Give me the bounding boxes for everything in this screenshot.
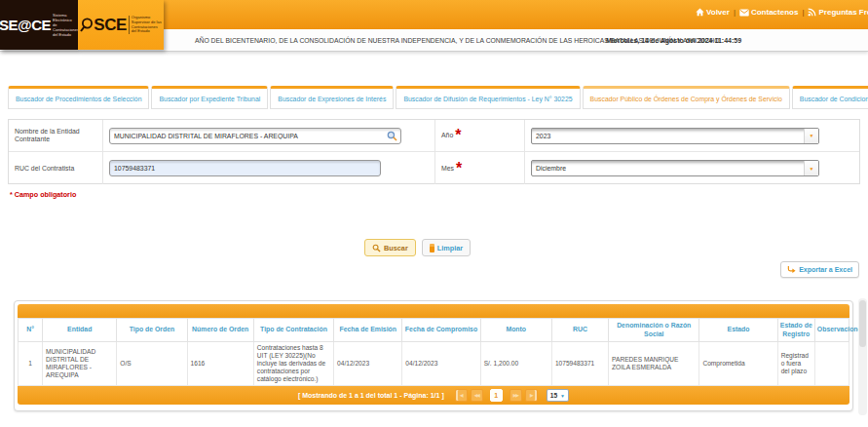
pagination-prev-button[interactable]: ◀◀ [471,389,483,402]
ruc-input[interactable] [109,160,381,176]
search-button-icon [372,244,381,252]
column-header-ruc: RUC [551,319,608,342]
month-select-value: Diciembre [532,165,804,172]
back-link-label: Volver [706,8,730,17]
page-size-select[interactable]: 15 ▼ [547,389,569,402]
column-header-numero-orden: Número de Orden [187,319,253,342]
column-header-numero: N° [19,319,43,342]
column-header-estado-registro: Estado de Registro [777,319,814,342]
entity-search-icon[interactable] [387,128,397,145]
clear-button[interactable]: Limpiar [422,239,471,256]
cell-estado-registro: Registrado fuera del plazo [777,342,814,386]
required-field-note: * Campo obligatorio [10,190,76,199]
seace-subtitle-line: Sistema Electrónico [53,13,79,22]
osce-title-text: SCE [94,16,126,35]
year-select-arrow-icon[interactable]: ▼ [804,129,818,143]
month-select-arrow-icon[interactable]: ▼ [804,161,818,175]
scrollbar-thumb[interactable] [859,300,866,347]
pagination-first-button[interactable]: ◀ [455,389,468,402]
seace-subtitle-line: de Contrataciones [53,22,79,32]
tab-buscador-condiciones-contratacion[interactable]: Buscador de Condiciones de Contratación [792,86,868,109]
seace-logo-subtitle: Sistema Electrónico de Contrataciones de… [53,13,79,37]
osce-logo: SCE Organismo Supervisor de las Contrata… [78,0,164,50]
results-header-bar [18,304,849,318]
entity-label-cell: Nombre de la Entidad Contratante [9,120,103,152]
tab-buscador-procedimientos-seleccion[interactable]: Buscador de Procedimientos de Selección [8,86,149,109]
cell-tipo-contratacion: Contrataciones hasta 8 UIT (LEY 30225)(N… [253,342,333,386]
top-links: Volver | Contactenos | Preguntas Frecuen… [696,8,868,17]
results-panel: N° Entidad Tipo de Orden Número de Orden… [14,300,853,411]
pagination-current-page[interactable]: 1 [490,389,503,402]
table-header-row: N° Entidad Tipo de Orden Número de Orden… [19,319,849,342]
cell-numero: 1 [19,342,43,386]
entity-input[interactable] [109,128,401,144]
separator: | [802,8,804,17]
column-header-denominacion: Denominación o Razón Social [609,319,699,342]
month-required-star: * [456,160,462,177]
month-label: Mes [441,165,454,173]
month-select[interactable]: Diciembre ▼ [531,160,819,176]
ruc-label: RUC del Contratista [15,165,74,173]
contact-link[interactable]: Contactenos [739,8,798,17]
export-excel-label: Exportar a Excel [799,266,852,273]
year-select[interactable]: 2023 ▼ [531,128,819,144]
search-form: Nombre de la Entidad Contratante Año * 2… [8,119,860,184]
osce-logo-title: SCE [80,16,126,35]
datetime-text: Miercoles, 14 de Agosto del 2024 11:44:5… [606,37,741,44]
pagination-summary: [ Mostrando de 1 a 1 del total 1 - Págin… [298,392,444,399]
cell-monto: S/. 1,200.00 [480,342,551,386]
export-arrow-icon [787,265,796,274]
clear-button-label: Limpiar [437,244,463,252]
cell-entidad: MUNICIPALIDAD DISTRITAL DE MIRAFLORES - … [43,342,117,386]
rss-icon [808,8,816,17]
cell-fecha-emision: 04/12/2023 [334,342,402,386]
pagination-last-button[interactable]: ▶ [525,389,538,402]
month-label-cell: Mes * [435,152,525,184]
tab-buscador-ordenes-compra-servicio[interactable]: Buscador Público de Órdenes de Compra y … [583,86,790,109]
column-header-entidad: Entidad [43,319,117,342]
tab-buscador-expresiones-interes[interactable]: Buscador de Expresiones de Interés [270,86,394,109]
pagination-bar: [ Mostrando de 1 a 1 del total 1 - Págin… [18,386,849,405]
seace-subtitle-line: del Estado [53,32,79,37]
tab-buscador-expediente-tribunal[interactable]: Buscador por Expediente Tribunal [151,86,268,109]
year-select-value: 2023 [532,133,804,139]
cell-numero-orden: 1616 [187,342,253,386]
table-row: 1 MUNICIPALIDAD DISTRITAL DE MIRAFLORES … [19,342,849,386]
cell-fecha-compromiso: 04/12/2023 [402,342,480,386]
action-buttons: Buscar Limpiar [364,239,471,256]
cell-observaciones [814,342,849,386]
scrollbar[interactable] [858,298,867,415]
month-field-cell: Diciembre ▼ [525,152,859,184]
search-button[interactable]: Buscar [364,239,416,256]
column-header-fecha-compromiso: Fecha de Compromiso [402,319,480,342]
home-icon [696,8,704,17]
tab-bar: Buscador de Procedimientos de Selección … [8,86,868,109]
page: Volver | Contactenos | Preguntas Frecuen… [0,0,868,427]
separator: | [734,8,736,17]
ruc-field-cell [103,152,435,184]
osce-magnifier-icon [80,18,94,32]
pagination-next-button[interactable]: ▶▶ [509,389,522,402]
search-button-label: Buscar [384,244,408,252]
column-header-tipo-contratacion: Tipo de Contratación [253,319,333,342]
year-required-star: * [455,127,461,144]
export-excel-button[interactable]: Exportar a Excel [780,261,859,278]
column-header-observaciones: Observaciones [814,319,849,342]
column-header-tipo-orden: Tipo de Orden [117,319,187,342]
column-header-estado: Estado [699,319,777,342]
column-header-fecha-emision: Fecha de Emisión [334,319,402,342]
page-size-arrow-icon: ▼ [560,393,565,399]
year-label: Año [441,132,453,139]
year-field-cell: 2023 ▼ [525,120,859,152]
seace-logo-title: SE@CE [0,17,51,33]
page-size-value: 15 [550,392,557,399]
entity-label: Nombre de la Entidad Contratante [15,128,96,143]
faq-link[interactable]: Preguntas Frecuentes [808,8,868,17]
tab-buscador-difusion-requerimientos[interactable]: Buscador de Difusión de Requerimientos -… [396,86,580,109]
cell-denominacion: PAREDES MANRIQUE ZOILA ESMERALDA [609,342,699,386]
osce-logo-subtitle: Organismo Supervisor de las Contratacion… [129,16,162,33]
seace-logo: SE@CE Sistema Electrónico de Contratacio… [0,0,78,50]
entity-field-cell [103,120,435,152]
back-link[interactable]: Volver [696,8,730,17]
eraser-icon [430,244,434,252]
